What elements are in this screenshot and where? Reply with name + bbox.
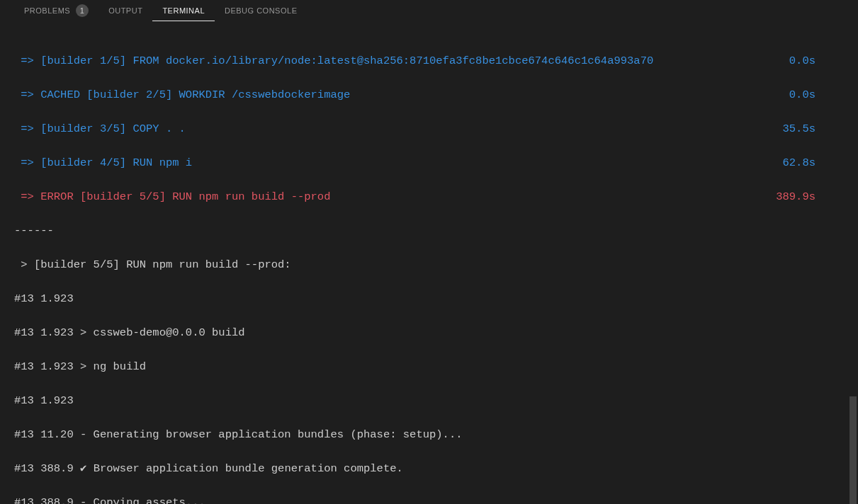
tab-problems[interactable]: PROBLEMS 1 (14, 0, 98, 21)
log-line: #13 388.9 ✔ Browser application bundle g… (14, 460, 851, 477)
scrollbar-vertical[interactable] (848, 25, 858, 504)
log-line: #13 1.923 (14, 392, 851, 409)
log-line: #13 388.9 - Copying assets... (14, 494, 851, 504)
tab-output[interactable]: OUTPUT (98, 0, 152, 21)
log-line: #13 11.20 - Generating browser applicati… (14, 426, 851, 443)
build-step-line: => CACHED [builder 2/5] WORKDIR /csswebd… (14, 86, 350, 103)
tab-terminal[interactable]: TERMINAL (152, 0, 215, 21)
log-line: #13 1.923 > ng build (14, 358, 851, 375)
tab-label: OUTPUT (108, 6, 142, 15)
build-step-line: => [builder 3/5] COPY . . (14, 120, 186, 137)
tab-label: PROBLEMS (24, 6, 70, 15)
build-time: 0.0s (789, 52, 815, 69)
panel-tabs: PROBLEMS 1 OUTPUT TERMINAL DEBUG CONSOLE (0, 0, 858, 21)
log-line: #13 1.923 > cssweb-demo@0.0.0 build (14, 324, 851, 341)
log-line: #13 1.923 (14, 290, 851, 307)
build-time: 389.9s (776, 188, 815, 205)
tab-label: TERMINAL (162, 6, 205, 15)
log-header: > [builder 5/5] RUN npm run build --prod… (14, 256, 851, 273)
separator: ------ (14, 222, 851, 239)
tab-label: DEBUG CONSOLE (225, 6, 297, 15)
build-time: 35.5s (782, 120, 815, 137)
tab-debug-console[interactable]: DEBUG CONSOLE (215, 0, 307, 21)
build-error-line: => ERROR [builder 5/5] RUN npm run build… (14, 188, 330, 205)
scrollbar-thumb[interactable] (849, 396, 857, 504)
problems-count-badge: 1 (76, 4, 89, 17)
terminal-output[interactable]: => [builder 1/5] FROM docker.io/library/… (0, 21, 858, 504)
build-time: 0.0s (789, 86, 815, 103)
build-step-line: => [builder 1/5] FROM docker.io/library/… (14, 52, 653, 69)
build-step-line: => [builder 4/5] RUN npm i (14, 154, 192, 171)
build-time: 62.8s (782, 154, 815, 171)
